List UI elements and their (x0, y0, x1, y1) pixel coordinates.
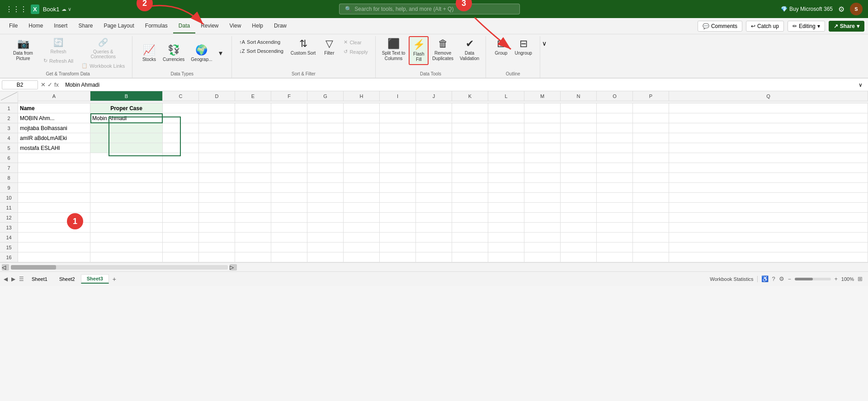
cell-l13[interactable] (488, 223, 524, 233)
cell-p15[interactable] (633, 242, 669, 252)
clear-button[interactable]: ✕ Clear (340, 38, 371, 47)
cell-f4[interactable] (271, 133, 307, 143)
cell-k13[interactable] (452, 223, 488, 233)
custom-sort-button[interactable]: ⇅ Custom Sort (288, 36, 319, 58)
cell-a2[interactable]: MOBIN Ahm... (18, 113, 90, 123)
cell-a6[interactable] (18, 153, 90, 163)
cell-c11[interactable] (163, 203, 199, 213)
cell-q6[interactable] (669, 153, 868, 163)
cell-o9[interactable] (597, 183, 633, 193)
apps-grid-icon[interactable]: ⋮⋮⋮ (5, 5, 27, 14)
cell-l5[interactable] (488, 143, 524, 153)
cell-l14[interactable] (488, 233, 524, 242)
cell-g3[interactable] (307, 123, 344, 133)
cell-b8[interactable] (90, 173, 163, 183)
cell-a16[interactable] (18, 252, 90, 262)
cell-a9[interactable] (18, 183, 90, 193)
cell-p14[interactable] (633, 233, 669, 242)
sheet-tab-sheet1[interactable]: Sheet1 (26, 275, 53, 283)
cell-d8[interactable] (199, 173, 235, 183)
cell-o16[interactable] (597, 252, 633, 262)
cell-reference-box[interactable]: B2 (2, 80, 38, 89)
cell-i16[interactable] (380, 252, 416, 262)
cell-f8[interactable] (271, 173, 307, 183)
cell-h11[interactable] (344, 203, 380, 213)
cell-e3[interactable] (235, 123, 271, 133)
cell-h12[interactable] (344, 213, 380, 223)
cell-n8[interactable] (561, 173, 597, 183)
cell-c1[interactable] (163, 103, 199, 113)
ribbon-expand-button[interactable]: ∨ (540, 38, 548, 49)
cell-k10[interactable] (452, 193, 488, 203)
cell-k12[interactable] (452, 213, 488, 223)
cell-f7[interactable] (271, 163, 307, 173)
zoom-slider[interactable] (795, 278, 831, 280)
col-header-c[interactable]: C (163, 91, 199, 101)
cell-e12[interactable] (235, 213, 271, 223)
reapply-button[interactable]: ↺ Reapply (340, 47, 371, 56)
tab-review[interactable]: Review (195, 19, 224, 33)
sort-ascending-button[interactable]: ↑A Sort Ascending (236, 38, 287, 46)
comments-button[interactable]: 💬 Comments (698, 21, 742, 32)
cell-b15[interactable] (90, 242, 163, 252)
cell-b4[interactable] (90, 133, 163, 143)
cell-c2[interactable] (163, 113, 199, 123)
cell-q2[interactable] (669, 113, 868, 123)
cell-i7[interactable] (380, 163, 416, 173)
cell-d10[interactable] (199, 193, 235, 203)
cell-m12[interactable] (524, 213, 561, 223)
cell-h8[interactable] (344, 173, 380, 183)
cell-g8[interactable] (307, 173, 344, 183)
cell-l10[interactable] (488, 193, 524, 203)
scroll-right-button[interactable]: ▷ (230, 264, 237, 270)
cell-f1[interactable] (271, 103, 307, 113)
cell-a8[interactable] (18, 173, 90, 183)
cell-a10[interactable] (18, 193, 90, 203)
cell-o8[interactable] (597, 173, 633, 183)
cell-b7[interactable] (90, 163, 163, 173)
col-header-f[interactable]: F (271, 91, 307, 101)
col-header-b[interactable]: B (90, 91, 163, 101)
cell-b11[interactable] (90, 203, 163, 213)
cell-o12[interactable] (597, 213, 633, 223)
search-input[interactable]: 🔍 Search for tools, help, and more (Alt … (339, 4, 520, 14)
cell-f2[interactable] (271, 113, 307, 123)
cell-m8[interactable] (524, 173, 561, 183)
cell-e2[interactable] (235, 113, 271, 123)
editing-button[interactable]: ✏ Editing ▾ (788, 21, 825, 32)
horizontal-scrollbar[interactable]: ◁ ▷ (0, 262, 868, 271)
cell-l11[interactable] (488, 203, 524, 213)
cell-q10[interactable] (669, 193, 868, 203)
cell-k9[interactable] (452, 183, 488, 193)
cell-o14[interactable] (597, 233, 633, 242)
remove-duplicates-button[interactable]: 🗑 Remove Duplicates (429, 36, 456, 63)
fit-page-icon[interactable]: ⊞ (858, 275, 863, 282)
cell-g5[interactable] (307, 143, 344, 153)
cell-q7[interactable] (669, 163, 868, 173)
cell-n2[interactable] (561, 113, 597, 123)
col-header-d[interactable]: D (199, 91, 235, 101)
check-icon[interactable]: ? (772, 275, 775, 282)
cell-i14[interactable] (380, 233, 416, 242)
cell-m9[interactable] (524, 183, 561, 193)
col-header-a[interactable]: A (18, 91, 90, 101)
cell-l3[interactable] (488, 123, 524, 133)
cell-o13[interactable] (597, 223, 633, 233)
cell-p5[interactable] (633, 143, 669, 153)
cell-m5[interactable] (524, 143, 561, 153)
cell-q16[interactable] (669, 252, 868, 262)
cell-p6[interactable] (633, 153, 669, 163)
scrollbar-thumb[interactable] (11, 265, 56, 270)
cell-h15[interactable] (344, 242, 380, 252)
cell-i5[interactable] (380, 143, 416, 153)
data-types-more-button[interactable]: ▾ (216, 47, 225, 59)
cell-k2[interactable] (452, 113, 488, 123)
cell-d11[interactable] (199, 203, 235, 213)
cell-d9[interactable] (199, 183, 235, 193)
cell-g9[interactable] (307, 183, 344, 193)
cell-n3[interactable] (561, 123, 597, 133)
col-header-h[interactable]: H (344, 91, 380, 101)
split-text-button[interactable]: ⬛ Split Text to Columns (379, 36, 408, 63)
cell-k3[interactable] (452, 123, 488, 133)
cell-f3[interactable] (271, 123, 307, 133)
